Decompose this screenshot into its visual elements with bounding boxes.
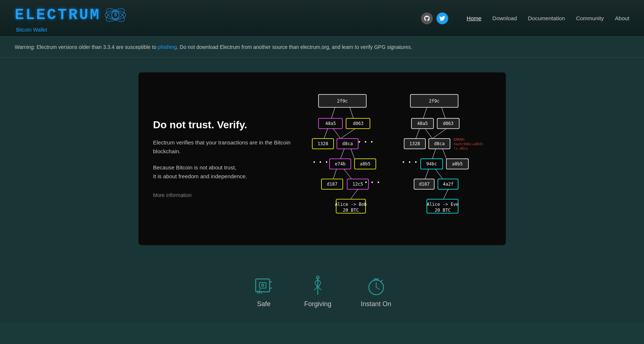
- phishing-link[interactable]: phishing: [158, 44, 177, 50]
- svg-text:• • •: • • •: [312, 159, 328, 165]
- svg-line-29: [344, 169, 352, 179]
- features-section: Safe Forgiving Instant On: [0, 260, 644, 323]
- feature-forgiving-label: Forgiving: [304, 300, 331, 308]
- svg-rect-74: [256, 279, 270, 292]
- feature-safe: Safe: [253, 275, 275, 308]
- svg-line-22: [351, 149, 355, 159]
- svg-text:12c5: 12c5: [352, 182, 363, 187]
- feature-instant: Instant On: [361, 275, 391, 308]
- svg-text:d187: d187: [419, 182, 429, 187]
- twitter-icon: [439, 15, 445, 21]
- svg-text:2f9c: 2f9c: [429, 98, 439, 104]
- svg-text:d8ca: d8ca: [342, 141, 353, 146]
- nav-download[interactable]: Download: [492, 15, 517, 21]
- svg-point-76: [262, 284, 264, 286]
- nav-home[interactable]: Home: [467, 15, 481, 21]
- svg-text:d187: d187: [327, 182, 337, 187]
- feature-forgiving: Forgiving: [304, 275, 331, 308]
- svg-text:• • •: • • •: [402, 159, 417, 165]
- svg-text:!= d8ca: != d8ca: [454, 147, 468, 150]
- github-link[interactable]: [421, 12, 433, 24]
- svg-line-86: [376, 287, 379, 289]
- main-nav: Home Download Documentation Community Ab…: [421, 12, 629, 24]
- nav-icons-area: [421, 12, 448, 24]
- nav-about[interactable]: About: [615, 15, 629, 21]
- svg-text:• • •: • • •: [357, 139, 373, 145]
- svg-text:d8ca: d8ca: [434, 141, 445, 146]
- svg-line-7: [331, 107, 335, 118]
- svg-text:1328: 1328: [409, 141, 420, 146]
- svg-line-41: [423, 107, 427, 118]
- svg-line-70: [443, 189, 448, 199]
- svg-text:1328: 1328: [317, 141, 328, 146]
- svg-rect-75: [259, 283, 266, 288]
- svg-text:e74b: e74b: [335, 161, 345, 166]
- warning-bar: Warning: Electrum versions older than 3.…: [0, 37, 644, 58]
- hero-desc1: Electrum verifies that your transactions…: [153, 138, 293, 156]
- svg-line-35: [350, 189, 358, 199]
- hero-desc2: Because Bitcoin is not about trust,It is…: [153, 163, 293, 181]
- svg-line-28: [333, 169, 337, 179]
- page-header: ELECTRUM ₿ Bitcoin Wallet: [0, 0, 644, 37]
- hero-text: Do not trust. Verify. Electrum verifies …: [153, 119, 293, 198]
- logo-text: ELECTRUM: [15, 6, 101, 24]
- svg-line-13: [324, 129, 328, 139]
- svg-line-49: [432, 129, 446, 139]
- blockchain-diagram: 2f9c 48a5 d063 1328: [307, 91, 491, 227]
- hero-section: Do not trust. Verify. Electrum verifies …: [0, 58, 644, 260]
- svg-line-42: [442, 107, 445, 118]
- more-info-link[interactable]: More information: [153, 192, 192, 198]
- twitter-link[interactable]: [436, 12, 448, 24]
- svg-text:2f9c: 2f9c: [337, 98, 348, 104]
- github-icon: [424, 15, 430, 22]
- nav-documentation[interactable]: Documentation: [528, 15, 565, 21]
- svg-text:d063: d063: [443, 121, 453, 126]
- logo-row: ELECTRUM ₿: [15, 4, 126, 26]
- feature-instant-label: Instant On: [361, 300, 391, 308]
- bitcoin-logo-icon: ₿: [104, 4, 126, 26]
- svg-text:a8b5: a8b5: [360, 161, 370, 166]
- nav-links: Home Download Documentation Community Ab…: [467, 15, 629, 21]
- svg-line-59: [443, 149, 446, 159]
- forgiving-icon: [307, 275, 329, 297]
- svg-line-14: [333, 129, 341, 139]
- svg-line-58: [432, 149, 436, 159]
- instant-icon: [365, 275, 387, 297]
- svg-text:20 BTC: 20 BTC: [343, 208, 359, 213]
- safe-icon: [253, 275, 275, 297]
- svg-text:hash(94bc+a8b5): hash(94bc+a8b5): [454, 142, 483, 146]
- svg-text:ERROR:: ERROR:: [454, 138, 466, 141]
- svg-text:a8b5: a8b5: [452, 161, 463, 166]
- svg-text:48a5: 48a5: [417, 121, 428, 126]
- svg-text:Alice -> Bob: Alice -> Bob: [335, 202, 367, 207]
- hero-title: Do not trust. Verify.: [153, 119, 293, 131]
- diagram-area: 2f9c 48a5 d063 1328: [307, 91, 491, 227]
- svg-text:₿: ₿: [114, 12, 116, 17]
- svg-line-48: [425, 129, 432, 139]
- svg-line-65: [435, 169, 443, 179]
- svg-text:20 BTC: 20 BTC: [435, 208, 450, 213]
- svg-text:Alice -> Eve: Alice -> Eve: [427, 202, 458, 207]
- warning-text-before: Warning: Electrum versions older than 3.…: [15, 44, 158, 50]
- svg-line-47: [416, 129, 420, 139]
- svg-text:94bc: 94bc: [426, 161, 437, 166]
- logo-subtitle: Bitcoin Wallet: [16, 27, 47, 33]
- feature-safe-label: Safe: [257, 300, 270, 308]
- svg-line-21: [341, 149, 344, 159]
- hero-card: Do not trust. Verify. Electrum verifies …: [138, 72, 506, 245]
- logo-area: ELECTRUM ₿ Bitcoin Wallet: [15, 4, 126, 33]
- svg-text:• • •: • • •: [364, 179, 379, 185]
- svg-line-64: [425, 169, 429, 179]
- svg-line-8: [350, 107, 353, 118]
- svg-line-15: [341, 129, 355, 139]
- nav-community[interactable]: Community: [576, 15, 604, 21]
- svg-line-89: [381, 280, 382, 281]
- warning-text-after: . Do not download Electrum from another …: [177, 44, 412, 50]
- svg-text:d063: d063: [353, 121, 363, 126]
- svg-text:4a2f: 4a2f: [443, 182, 453, 187]
- svg-text:48a5: 48a5: [325, 121, 336, 126]
